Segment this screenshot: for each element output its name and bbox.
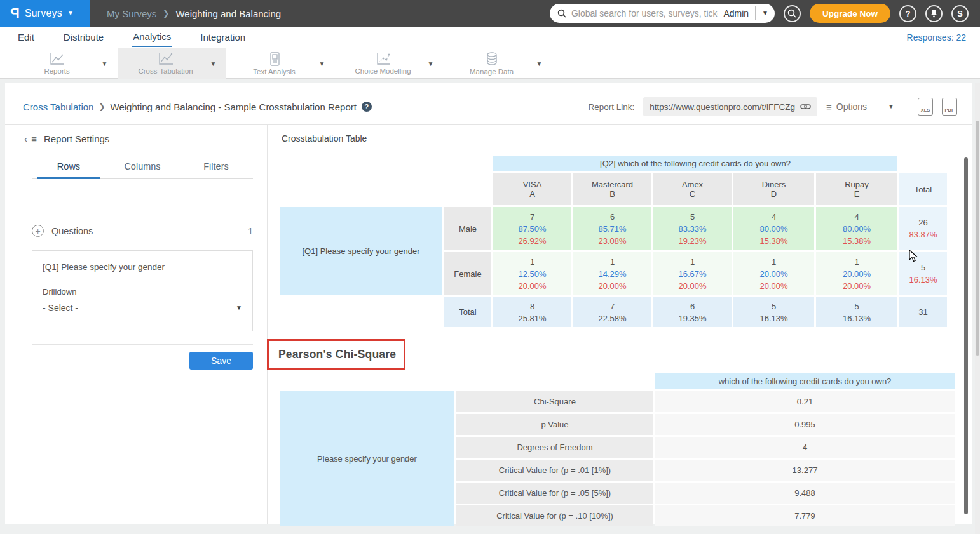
report-link-field[interactable]: https://www.questionpro.com/t/lFFCZg	[643, 97, 817, 116]
tab-filters[interactable]: Filters	[179, 155, 253, 178]
chi-stat-value: 0.21	[655, 391, 955, 412]
scatter-chart-icon	[374, 52, 392, 66]
collapse-panel-icon[interactable]: ‹ ≡	[24, 133, 37, 144]
help-icon[interactable]: ?	[362, 102, 372, 112]
row-header-female: Female	[444, 252, 491, 295]
pdf-icon: PDF	[945, 107, 955, 113]
chevron-down-icon[interactable]: ▼	[210, 60, 217, 67]
chi-square-heading: Pearson's Chi-Square	[278, 348, 396, 361]
export-xls-button[interactable]: XLS	[918, 98, 933, 116]
text-document-icon	[268, 51, 282, 67]
options-label: Options	[836, 102, 867, 112]
spacer-cell	[280, 297, 442, 327]
data-cell: 116.67%20.00%	[653, 252, 732, 295]
top-breadcrumb: My Surveys ❯ Weighting and Balancing	[107, 8, 281, 19]
total-cell: 722.58%	[573, 297, 651, 327]
chi-stat-value: 13.277	[655, 460, 955, 481]
toolbar-cross-tabulation[interactable]: Cross-Tabulation ▼	[118, 48, 226, 79]
chi-stat-label: Critical Value for (p = .05 [5%])	[456, 483, 653, 504]
column-group-header: [Q2] which of the following credit cards…	[493, 156, 897, 171]
divider	[267, 124, 268, 524]
database-icon	[484, 51, 500, 67]
data-cell: 685.71%23.08%	[573, 207, 651, 250]
toolbar-reports[interactable]: Reports ▼	[9, 48, 118, 79]
drilldown-select-value: - Select -	[43, 303, 78, 313]
help-button[interactable]: ?	[899, 5, 916, 22]
toolbar-manage-data[interactable]: Manage Data ▼	[444, 48, 552, 79]
total-column-header: Total	[899, 173, 947, 205]
chi-stat-value: 0.995	[655, 414, 955, 435]
grand-total-cell: 31	[899, 297, 947, 327]
nav-edit[interactable]: Edit	[17, 28, 36, 46]
data-cell: 120.00%20.00%	[733, 252, 814, 295]
row-header-male: Male	[444, 207, 491, 250]
tab-columns[interactable]: Columns	[105, 155, 179, 178]
chi-stat-label: Critical Value for (p = .01 [1%])	[456, 460, 653, 481]
search-scope-select[interactable]: Admin ▼	[723, 6, 768, 20]
page-scrollbar-thumb[interactable]	[976, 121, 979, 356]
search-button[interactable]	[784, 5, 801, 22]
brand-label: Surveys	[25, 8, 62, 19]
crosstab-table: [Q2] which of the following credit cards…	[278, 154, 949, 329]
question-mark-icon: ?	[906, 9, 911, 18]
toolbar-text-analysis[interactable]: Text Analysis ▼	[226, 48, 335, 79]
user-avatar[interactable]: S	[951, 5, 969, 22]
row-group-header: [Q1] Please specify your gender	[280, 207, 442, 295]
toolbar-label: Manage Data	[470, 68, 514, 76]
chi-stat-label: p Value	[456, 414, 653, 435]
line-chart-icon	[48, 52, 66, 66]
chevron-down-icon[interactable]: ▼	[428, 60, 434, 67]
spacer-cell	[456, 373, 653, 389]
chi-stat-value: 4	[655, 437, 955, 458]
spacer-cell	[899, 156, 947, 171]
upgrade-now-button[interactable]: Upgrade Now	[810, 4, 890, 23]
export-pdf-button[interactable]: PDF	[942, 98, 957, 116]
questionpro-logo-icon: P	[10, 6, 20, 20]
column-header: MastercardB	[573, 173, 651, 205]
chi-column-header: which of the following credit cards do y…	[655, 373, 955, 389]
notifications-button[interactable]	[925, 5, 943, 22]
breadcrumb-survey-name: Weighting and Balancing	[175, 8, 281, 19]
total-cell: 825.81%	[493, 297, 571, 327]
search-icon	[787, 9, 796, 18]
responses-count[interactable]: Responses: 22	[907, 32, 966, 43]
row-total-cell: 516.13%	[899, 252, 947, 295]
toolbar-label: Reports	[44, 67, 69, 75]
bell-icon	[930, 9, 938, 18]
add-question-icon[interactable]: +	[32, 225, 44, 237]
drilldown-label: Drilldown	[43, 287, 242, 297]
page-scrollbar[interactable]	[975, 83, 980, 534]
avatar-initial: S	[957, 9, 963, 18]
drilldown-select[interactable]: - Select - ▼	[43, 303, 242, 317]
column-header: DinersD	[733, 173, 814, 205]
toolbar-label: Cross-Tabulation	[138, 67, 193, 75]
divider	[755, 6, 756, 20]
product-switcher[interactable]: P Surveys ▼	[0, 0, 90, 27]
toolbar-choice-modelling[interactable]: Choice Modelling ▼	[335, 48, 444, 79]
chevron-down-icon[interactable]: ▼	[102, 60, 108, 67]
data-cell: 787.50%26.92%	[493, 207, 571, 250]
panel-title: Report Settings	[44, 133, 109, 144]
chevron-down-icon[interactable]: ▼	[319, 60, 325, 67]
analytics-toolbar: Reports ▼ Cross-Tabulation ▼ Text Analys…	[0, 48, 980, 79]
report-link-label: Report Link:	[588, 102, 634, 112]
chevron-down-icon[interactable]: ▼	[536, 60, 543, 67]
nav-distribute[interactable]: Distribute	[62, 28, 105, 46]
xls-icon: XLS	[921, 107, 930, 113]
nav-analytics[interactable]: Analytics	[132, 27, 172, 47]
questions-label: Questions	[51, 226, 93, 236]
tab-rows[interactable]: Rows	[32, 155, 105, 178]
chi-stat-label: Chi-Square	[456, 391, 653, 412]
table-scrollbar[interactable]	[964, 157, 968, 514]
options-button[interactable]: ≡ Options ▼	[826, 102, 894, 112]
breadcrumb-cross-tabulation[interactable]: Cross Tabulation	[23, 102, 93, 112]
spacer-cell	[280, 173, 491, 205]
search-input[interactable]	[571, 8, 718, 18]
content-card: Cross Tabulation ❯ Weighting and Balanci…	[5, 83, 972, 524]
save-button[interactable]: Save	[189, 352, 253, 370]
breadcrumb-my-surveys[interactable]: My Surveys	[107, 8, 156, 19]
column-header: RupayE	[816, 173, 897, 205]
topbar-actions: Admin ▼ Upgrade Now ? S	[550, 4, 980, 23]
chevron-down-icon: ▼	[762, 10, 768, 17]
nav-integration[interactable]: Integration	[199, 28, 247, 46]
